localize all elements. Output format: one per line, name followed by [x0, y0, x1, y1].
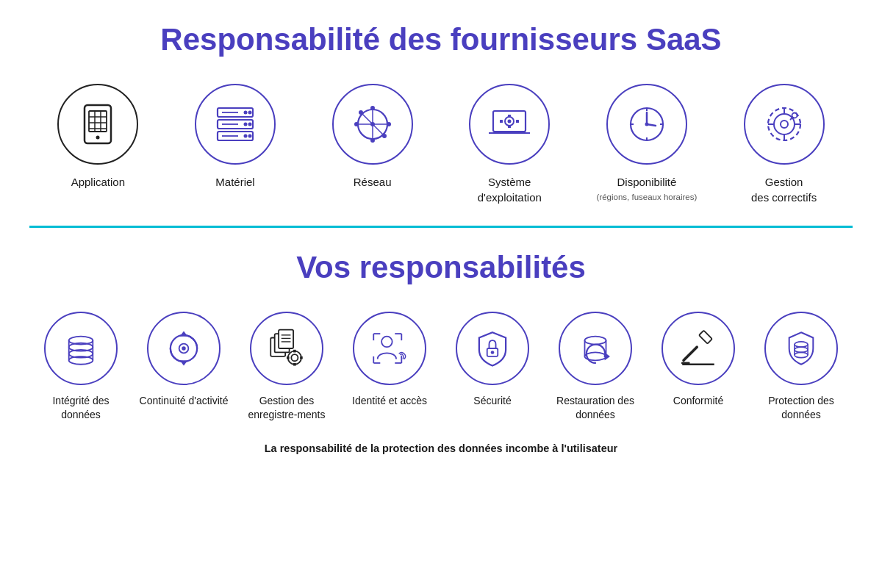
- icon-item-conformite: Conformité: [650, 312, 746, 408]
- icon-circle-correctifs: [744, 84, 825, 165]
- section-divider: [29, 226, 853, 228]
- svg-point-37: [508, 120, 512, 123]
- icon-circle-enregistrements: [250, 312, 323, 385]
- svg-point-45: [645, 123, 648, 126]
- icon-circle-conformite: [662, 312, 735, 385]
- svg-rect-41: [516, 120, 519, 123]
- application-label: Application: [71, 175, 125, 190]
- svg-point-96: [585, 337, 606, 345]
- svg-rect-101: [699, 331, 712, 344]
- svg-rect-75: [279, 330, 293, 348]
- svg-rect-38: [508, 115, 511, 118]
- svg-point-25: [387, 122, 391, 126]
- enregistrements-label: Gestion des enregistre-ments: [239, 394, 334, 422]
- svg-point-23: [370, 138, 375, 143]
- section2-title: Vos responsabilités: [29, 250, 853, 285]
- systeme-icon: [486, 101, 533, 148]
- reseau-icon: [349, 101, 396, 148]
- svg-point-14: [248, 123, 251, 126]
- icon-circle-protection: [764, 312, 838, 385]
- svg-point-16: [248, 135, 251, 138]
- svg-point-95: [491, 351, 495, 354]
- integrite-icon: [60, 327, 102, 370]
- svg-point-108: [795, 353, 808, 358]
- svg-marker-70: [180, 360, 188, 365]
- svg-point-24: [354, 122, 359, 126]
- icon-circle-systeme: [469, 84, 550, 165]
- svg-line-32: [362, 114, 373, 124]
- icon-item-disponibilite: Disponibilité (régions, fuseaux horaires…: [588, 84, 706, 203]
- restauration-label: Restauration des données: [548, 394, 643, 422]
- icon-circle-disponibilite: [606, 84, 687, 165]
- materiel-icon: [212, 101, 259, 148]
- icon-circle-restauration: [559, 312, 632, 385]
- footer-note: La responsabilité de la protection des d…: [29, 442, 853, 454]
- reseau-label: Réseau: [354, 175, 392, 190]
- disponibilite-label: Disponibilité (régions, fuseaux horaires…: [597, 175, 698, 203]
- svg-rect-82: [293, 363, 296, 366]
- svg-point-15: [243, 135, 247, 138]
- icon-circle-application: [57, 84, 138, 165]
- svg-point-109: [795, 342, 808, 347]
- icon-item-materiel: Matériel: [176, 84, 294, 190]
- svg-point-105: [795, 347, 808, 352]
- icon-circle-integrite: [44, 312, 118, 385]
- svg-rect-83: [287, 356, 290, 359]
- conformite-icon: [677, 327, 720, 370]
- icon-circle-identite: [353, 312, 426, 385]
- section1-icon-row: Application: [29, 84, 853, 205]
- icon-item-continuite: Continuité d'activité: [136, 312, 232, 408]
- materiel-label: Matériel: [215, 175, 254, 190]
- icon-circle-reseau: [332, 84, 413, 165]
- icon-item-systeme: Systèmed'exploitation: [451, 84, 568, 205]
- securite-label: Sécurité: [473, 394, 511, 408]
- section1-title: Responsabilité des fournisseurs SaaS: [29, 22, 853, 57]
- svg-marker-69: [180, 331, 188, 337]
- page: Responsabilité des fournisseurs SaaS: [0, 0, 882, 469]
- continuite-label: Continuité d'activité: [140, 394, 229, 408]
- svg-point-72: [182, 346, 185, 350]
- svg-rect-84: [300, 356, 303, 359]
- svg-point-13: [243, 123, 247, 126]
- correctifs-icon: [761, 101, 808, 148]
- svg-line-102: [684, 347, 697, 360]
- icon-circle-materiel: [195, 84, 276, 165]
- svg-point-52: [781, 121, 788, 128]
- icon-item-protection: Protection des données: [753, 312, 849, 422]
- correctifs-label: Gestiondes correctifs: [751, 175, 817, 205]
- identite-label: Identité et accès: [352, 394, 427, 408]
- icon-item-application: Application: [39, 84, 157, 190]
- svg-point-22: [370, 106, 375, 110]
- svg-line-33: [373, 124, 383, 135]
- svg-point-11: [243, 111, 247, 115]
- svg-point-12: [248, 111, 251, 115]
- continuite-icon: [162, 327, 205, 370]
- integrite-label: Intégrité des données: [33, 394, 129, 422]
- restauration-icon: [574, 327, 617, 370]
- icon-item-restauration: Restauration des données: [548, 312, 643, 422]
- icon-circle-continuite: [147, 312, 220, 385]
- icon-item-integrite: Intégrité des données: [33, 312, 129, 422]
- icon-item-securite: Sécurité: [445, 312, 540, 408]
- identite-icon: [368, 327, 411, 370]
- systeme-label: Systèmed'exploitation: [478, 175, 542, 205]
- svg-rect-81: [293, 350, 296, 353]
- icon-item-identite: Identité et accès: [342, 312, 437, 408]
- protection-icon: [780, 327, 822, 370]
- icon-item-enregistrements: Gestion des enregistre-ments: [239, 312, 334, 422]
- svg-point-51: [774, 114, 795, 135]
- enregistrements-icon: [265, 327, 308, 370]
- protection-label: Protection des données: [753, 394, 849, 422]
- svg-rect-39: [508, 125, 511, 128]
- icon-item-reseau: Réseau: [314, 84, 431, 190]
- disponibilite-icon: [623, 101, 670, 148]
- svg-rect-40: [500, 120, 503, 123]
- svg-point-85: [381, 337, 392, 348]
- svg-marker-100: [605, 353, 610, 361]
- conformite-label: Conformité: [673, 394, 723, 408]
- application-icon: [74, 101, 121, 148]
- securite-icon: [471, 327, 514, 370]
- icon-circle-securite: [456, 312, 529, 385]
- svg-point-7: [96, 136, 100, 140]
- section2-icon-row: Intégrité des données Continuité d'activ…: [29, 312, 853, 422]
